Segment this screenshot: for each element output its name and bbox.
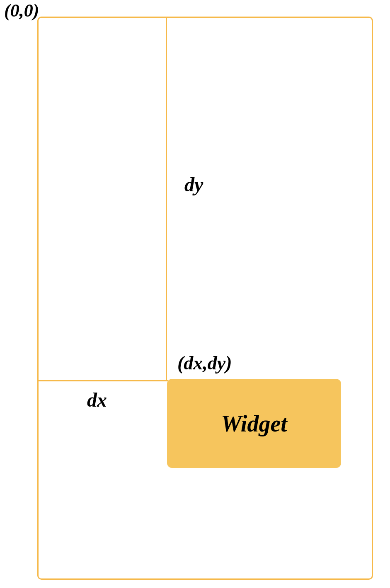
dx-guide-line <box>37 380 168 381</box>
widget-label: Widget <box>221 410 287 437</box>
dy-guide-line <box>166 17 167 381</box>
container-rect <box>37 17 373 580</box>
dxdy-coordinate-label: (dx,dy) <box>177 352 232 374</box>
origin-label: (0,0) <box>4 0 39 21</box>
dy-label: dy <box>184 173 203 196</box>
widget-box: Widget <box>167 379 341 468</box>
dx-label: dx <box>87 388 107 411</box>
